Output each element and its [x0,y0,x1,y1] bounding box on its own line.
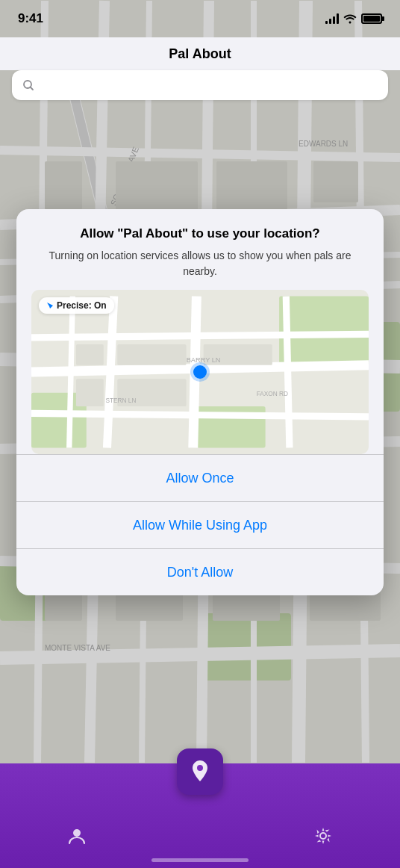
permission-dialog: Allow "Pal About" to use your location? … [16,209,384,595]
location-dot [193,365,207,379]
tab-bar [0,763,400,868]
search-icon [22,79,34,91]
dialog-title: Allow "Pal About" to use your location? [31,226,369,242]
tab-bar-items [0,813,400,858]
search-bar[interactable] [12,70,388,100]
dialog-message: Turning on location services allows us t… [31,248,369,279]
dialog-content: Allow "Pal About" to use your location? … [16,209,384,454]
dont-allow-button[interactable]: Don't Allow [16,549,384,595]
status-bar: 9:41 [0,0,400,37]
dialog-map: BARRY LN FAXON RD STERN LN Precise: On [31,290,369,454]
tab-person[interactable] [15,813,138,858]
svg-text:STERN LN: STERN LN [105,397,136,405]
app-header: Pal About [0,37,400,70]
allow-once-button[interactable]: Allow Once [16,455,384,501]
gear-icon [313,825,334,846]
tab-group[interactable] [138,813,261,858]
svg-rect-50 [279,297,369,365]
location-arrow-icon [46,302,54,309]
app-title: Pal About [169,46,231,62]
home-indicator [151,858,249,862]
svg-line-55 [31,413,369,417]
precise-label: Precise: On [57,300,107,311]
svg-text:BARRY LN: BARRY LN [187,356,221,364]
svg-rect-63 [76,344,104,365]
search-bar-container [12,70,388,100]
location-pin-icon [189,759,211,784]
center-tab-button[interactable] [177,748,223,795]
dialog-buttons: Allow Once Allow While Using App Don't A… [16,454,384,595]
svg-line-48 [31,87,34,90]
tab-bar-top [0,763,400,813]
svg-point-69 [73,829,81,837]
battery-icon [361,13,382,24]
svg-point-70 [320,833,326,839]
person-icon [66,825,87,846]
svg-text:FAXON RD: FAXON RD [257,390,288,397]
allow-while-using-button[interactable]: Allow While Using App [16,502,384,548]
precise-badge[interactable]: Precise: On [39,297,114,314]
svg-rect-60 [117,344,186,365]
status-time: 9:41 [18,11,43,26]
svg-line-59 [69,297,73,448]
tab-settings[interactable] [262,813,385,858]
status-icons [325,13,382,24]
signal-icon [325,13,339,24]
svg-point-68 [197,765,203,771]
svg-rect-64 [76,379,104,406]
svg-line-58 [286,297,290,448]
wifi-icon [343,13,357,24]
